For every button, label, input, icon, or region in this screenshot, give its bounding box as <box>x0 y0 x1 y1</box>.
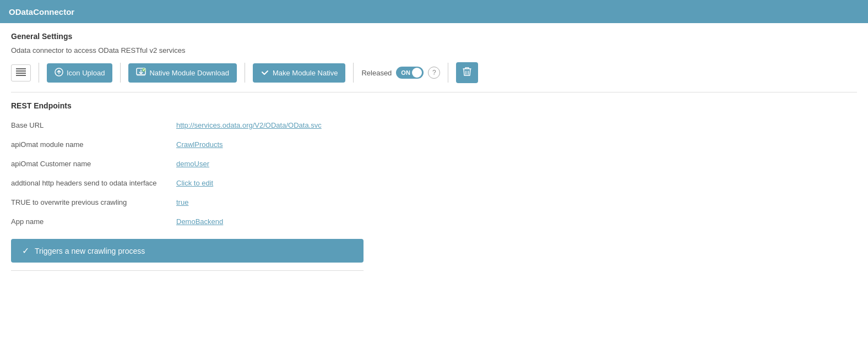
field-row: apiOmat Customer namedemoUser <box>11 154 857 173</box>
field-value[interactable]: http://services.odata.org/V2/OData/OData… <box>176 121 322 129</box>
crawl-check-icon: ✓ <box>22 246 29 256</box>
field-label: apiOmat module name <box>11 140 176 149</box>
download-icon <box>136 68 146 78</box>
field-row: addtional http headers send to odata int… <box>11 173 857 193</box>
separator-3 <box>245 63 245 83</box>
toggle-knob <box>412 68 422 78</box>
native-download-label: Native Module Download <box>149 69 229 77</box>
svg-rect-2 <box>16 73 26 74</box>
svg-rect-1 <box>16 70 26 72</box>
separator-1 <box>39 63 39 83</box>
released-group: Released ON ? <box>361 67 440 79</box>
field-label: addtional http headers send to odata int… <box>11 179 176 187</box>
field-label: TRUE to overwrite previous crawling <box>11 198 176 206</box>
make-native-button[interactable]: Make Module Native <box>253 63 346 83</box>
field-label: Base URL <box>11 121 176 129</box>
field-value[interactable]: DemoBackend <box>176 217 223 226</box>
separator-5 <box>448 63 448 83</box>
top-bar: ODataConnector <box>0 0 868 23</box>
native-download-button[interactable]: Native Module Download <box>128 63 237 83</box>
icon-upload-label: Icon Upload <box>67 69 105 77</box>
general-settings-title: General Settings <box>11 32 857 41</box>
make-native-label: Make Module Native <box>273 69 338 77</box>
table-icon <box>16 68 26 78</box>
rest-section-title: REST Endpoints <box>11 101 857 110</box>
released-label: Released <box>361 69 392 77</box>
divider-1 <box>11 92 857 92</box>
svg-rect-3 <box>16 75 26 76</box>
app-title: ODataConnector <box>9 7 74 17</box>
table-view-button[interactable] <box>11 64 31 81</box>
field-label: App name <box>11 217 176 226</box>
field-row: TRUE to overwrite previous crawlingtrue <box>11 193 857 212</box>
delete-button[interactable] <box>456 62 478 83</box>
help-button[interactable]: ? <box>428 67 440 79</box>
fields-container: Base URLhttp://services.odata.org/V2/ODa… <box>11 116 857 231</box>
released-toggle[interactable]: ON <box>396 67 424 79</box>
help-icon: ? <box>432 69 436 77</box>
bottom-divider <box>11 270 364 271</box>
general-description: Odata connector to access OData RESTful … <box>11 46 857 54</box>
field-value[interactable]: demoUser <box>176 160 209 168</box>
svg-rect-0 <box>16 68 26 69</box>
icon-upload-button[interactable]: Icon Upload <box>47 63 112 83</box>
trash-icon <box>463 67 471 79</box>
checkmark-icon <box>261 68 269 78</box>
field-row: App nameDemoBackend <box>11 212 857 231</box>
field-label: apiOmat Customer name <box>11 160 176 168</box>
rest-endpoints-section: REST Endpoints Base URLhttp://services.o… <box>11 101 857 271</box>
field-value[interactable]: Click to edit <box>176 179 213 187</box>
field-value[interactable]: true <box>176 198 188 206</box>
main-content: General Settings Odata connector to acce… <box>0 23 868 280</box>
svg-rect-6 <box>137 74 145 76</box>
field-value[interactable]: CrawlProducts <box>176 140 223 149</box>
separator-4 <box>353 63 354 83</box>
crawl-button[interactable]: ✓ Triggers a new crawling process <box>11 239 364 263</box>
toggle-on-label: ON <box>398 69 410 76</box>
field-row: Base URLhttp://services.odata.org/V2/ODa… <box>11 116 857 135</box>
field-row: apiOmat module nameCrawlProducts <box>11 135 857 154</box>
crawl-button-label: Triggers a new crawling process <box>35 247 145 255</box>
upload-icon <box>55 68 63 78</box>
toolbar: Icon Upload Native Module Download <box>11 62 857 83</box>
separator-2 <box>120 63 121 83</box>
